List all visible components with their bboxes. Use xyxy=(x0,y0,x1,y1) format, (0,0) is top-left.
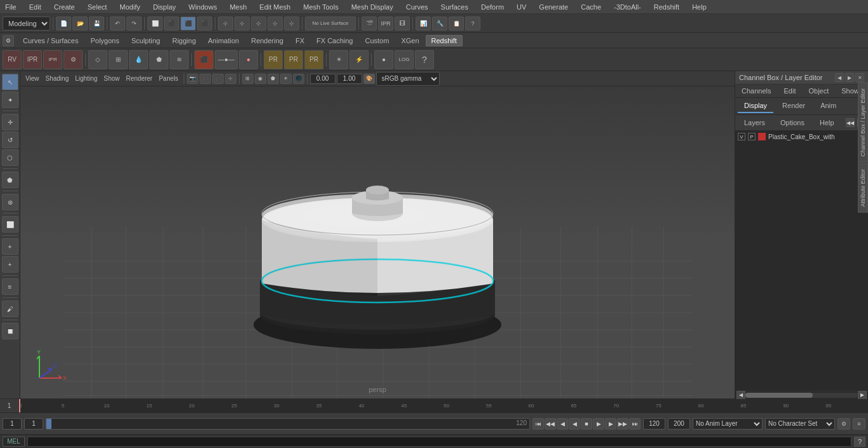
subtab-layers[interactable]: Layers xyxy=(738,116,771,129)
save-file-btn[interactable]: 💾 xyxy=(89,17,104,31)
render-frame-btn[interactable]: 🔲 xyxy=(2,323,18,339)
stop-btn[interactable]: ■ xyxy=(581,418,592,430)
rs-object-icon[interactable]: ⬟ xyxy=(149,50,168,69)
menu-select[interactable]: Select xyxy=(85,3,110,11)
vp-value2-input[interactable] xyxy=(337,74,362,84)
vp-cam-a[interactable]: 🎥 xyxy=(200,74,211,84)
select-by-component-btn[interactable]: ⬜ xyxy=(147,17,163,31)
layer-playback[interactable]: P xyxy=(748,133,756,140)
layer-visibility[interactable]: V xyxy=(738,133,745,140)
shelf-tab-fx-caching[interactable]: FX Caching xyxy=(311,35,358,46)
prev-frame-btn[interactable]: ◀ xyxy=(557,418,568,430)
snap-manip-btn[interactable]: + xyxy=(2,256,18,273)
snap-point-btn[interactable]: ⊹ xyxy=(251,17,266,31)
select-object-btn[interactable]: ⬛ xyxy=(180,17,196,31)
show-manip-btn[interactable]: + xyxy=(2,238,18,255)
shelf-tab-redshift[interactable]: Redshift xyxy=(426,35,463,46)
menu-3dtoall[interactable]: -3DtoAll- xyxy=(611,3,644,11)
menu-deform[interactable]: Deform xyxy=(478,3,506,11)
shelf-tab-custom[interactable]: Custom xyxy=(360,35,395,46)
menu-create[interactable]: Create xyxy=(51,3,78,11)
shelf-tab-fx[interactable]: FX xyxy=(290,35,310,46)
show-tool-btn[interactable]: 🔧 xyxy=(432,17,447,31)
rs-volume-icon[interactable]: 💧 xyxy=(129,50,148,69)
snap-grid-btn[interactable]: ⊹ xyxy=(218,17,233,31)
vp-gamma-select[interactable]: sRGB gamma xyxy=(376,72,440,86)
menu-mesh-display[interactable]: Mesh Display xyxy=(349,3,396,11)
shelf-tab-curves-surfaces[interactable]: Curves / Surfaces xyxy=(17,35,84,46)
menu-display[interactable]: Display xyxy=(151,3,179,11)
soft-select-btn[interactable]: ⊛ xyxy=(2,194,18,210)
char-set-more-btn[interactable]: ≡ xyxy=(853,418,865,430)
vp-renderer-menu[interactable]: Renderer xyxy=(123,74,155,83)
scale-tool-btn[interactable]: ⬡ xyxy=(2,149,18,166)
vp-subdiv-btn[interactable]: ⬟ xyxy=(268,74,279,84)
char-set-select[interactable]: No Character Set xyxy=(765,418,835,430)
scroll-right-btn[interactable]: ▶ xyxy=(858,391,867,400)
vp-show-menu[interactable]: Show xyxy=(101,74,122,83)
shelf-tab-sculpting[interactable]: Sculpting xyxy=(126,35,166,46)
rs-shader-icon[interactable]: ● xyxy=(239,50,258,69)
rs-ipr-icon[interactable]: IPR xyxy=(23,50,42,69)
channel-box-btn[interactable]: 📋 xyxy=(449,17,464,31)
vp-cam-select[interactable]: 📷 xyxy=(187,74,198,84)
scrollbar-thumb[interactable] xyxy=(745,393,813,398)
open-file-btn[interactable]: 📂 xyxy=(72,17,88,31)
skip-to-end-btn[interactable]: ⏭ xyxy=(629,418,641,430)
vp-panels-menu[interactable]: Panels xyxy=(156,74,181,83)
menu-redshift[interactable]: Redshift xyxy=(651,3,682,11)
menu-mesh-tools[interactable]: Mesh Tools xyxy=(301,3,341,11)
vp-smooth-btn[interactable]: ◉ xyxy=(255,74,266,84)
play-forward-btn[interactable]: ▶ xyxy=(593,418,604,430)
rs-render-view-icon[interactable]: RV xyxy=(3,50,22,69)
menu-uv[interactable]: UV xyxy=(514,3,529,11)
select-hierarchy-btn[interactable]: ⬛ xyxy=(164,17,179,31)
cmd-type-btn[interactable]: MEL xyxy=(3,437,25,447)
shelf-tab-polygons[interactable]: Polygons xyxy=(85,35,125,46)
crease-btn[interactable]: ≡ xyxy=(2,278,18,295)
vp-color-btn[interactable]: 🎨 xyxy=(363,74,375,84)
shelf-tab-rendering[interactable]: Rendering xyxy=(245,35,289,46)
vp-wireframe-btn[interactable]: ⊞ xyxy=(242,74,254,84)
rs-settings-icon[interactable]: ⚙ xyxy=(64,50,83,69)
step-back-btn[interactable]: ◀◀ xyxy=(545,418,556,430)
vp-shading-menu[interactable]: Shading xyxy=(43,74,72,83)
vp-view-menu[interactable]: View xyxy=(23,74,42,83)
cmd-help-btn[interactable]: ? xyxy=(854,437,865,447)
vp-snap-btn[interactable]: ⊹ xyxy=(225,74,236,84)
rs-proxy-icon[interactable]: ◇ xyxy=(88,50,107,69)
vp-shadow-btn[interactable]: 🌑 xyxy=(293,74,304,84)
menu-edit-mesh[interactable]: Edit Mesh xyxy=(257,3,293,11)
shelf-tab-rigging[interactable]: Rigging xyxy=(166,35,201,46)
timeline-playhead[interactable] xyxy=(19,399,20,412)
ipr-btn[interactable]: IPR xyxy=(378,17,393,31)
scrollbar-track[interactable] xyxy=(745,393,858,398)
frame-start-input[interactable] xyxy=(24,418,43,430)
rs-mat-ball-icon[interactable]: ● xyxy=(374,50,393,69)
rs-scatter-icon[interactable]: ≋ xyxy=(170,50,189,69)
menu-help[interactable]: Help xyxy=(689,3,709,11)
edge-tab-attr-editor[interactable]: Attribute Editor xyxy=(858,163,868,213)
rs-env-icon[interactable]: PR xyxy=(284,50,303,69)
show-attr-btn[interactable]: 📊 xyxy=(416,17,431,31)
subtab-options[interactable]: Options xyxy=(774,116,811,129)
anim-layer-select[interactable]: No Anim Layer xyxy=(693,418,763,430)
skip-to-start-btn[interactable]: ⏮ xyxy=(532,418,544,430)
layer-color-swatch[interactable] xyxy=(758,133,766,140)
layer-arrow-left[interactable]: ◀◀ xyxy=(846,118,855,127)
timeline-track[interactable]: 0 5 10 15 20 25 30 35 40 45 50 55 60 65 … xyxy=(19,399,868,412)
new-file-btn[interactable]: 📄 xyxy=(56,17,71,31)
snap-curve-btn[interactable]: ⊹ xyxy=(234,17,250,31)
rs-help-icon[interactable]: ? xyxy=(415,50,434,69)
shelf-tab-xgen[interactable]: XGen xyxy=(395,35,424,46)
subtab-anim[interactable]: Anim xyxy=(814,99,843,113)
current-frame-input[interactable] xyxy=(3,418,22,430)
undo-btn[interactable]: ↶ xyxy=(110,17,125,31)
menu-file[interactable]: File xyxy=(3,3,19,11)
select-tool-btn[interactable]: ↖ xyxy=(2,74,18,90)
subtab-help[interactable]: Help xyxy=(813,116,841,129)
play-back-btn[interactable]: ◀ xyxy=(569,418,580,430)
rs-mat-log-icon[interactable]: LOG xyxy=(395,50,414,69)
menu-mesh[interactable]: Mesh xyxy=(227,3,249,11)
playback-end-input[interactable] xyxy=(643,418,665,430)
